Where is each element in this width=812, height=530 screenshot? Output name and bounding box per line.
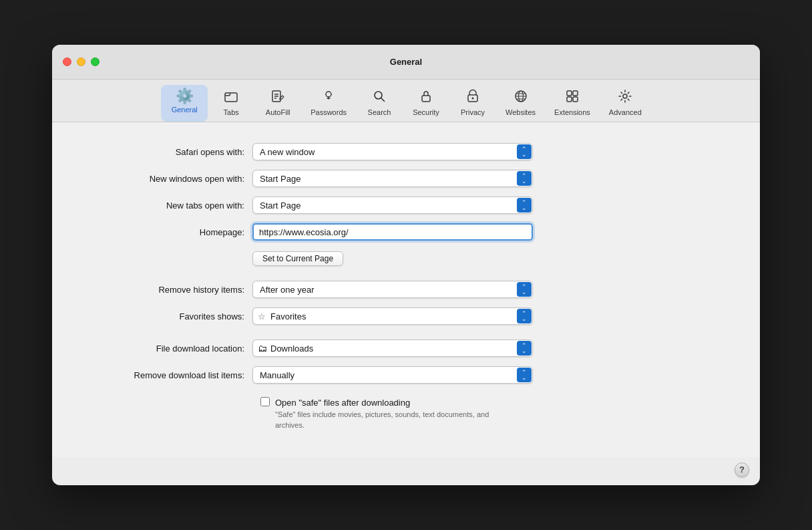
- tabs-icon: [224, 89, 238, 106]
- safari-opens-select[interactable]: A new window A new private window: [252, 143, 533, 160]
- tab-search[interactable]: Search: [356, 85, 403, 122]
- tab-extensions-label: Extensions: [554, 108, 590, 116]
- homepage-row: Homepage:: [92, 223, 720, 241]
- safari-opens-row: Safari opens with: A new window A new pr…: [92, 142, 720, 161]
- new-windows-select-wrapper: Start Page Homepage: [252, 170, 533, 187]
- websites-icon: [514, 89, 528, 106]
- set-current-row: Set to Current Page: [92, 249, 720, 268]
- open-safe-files-main-label[interactable]: Open "safe" files after downloading: [275, 398, 410, 408]
- bottom-bar: ?: [52, 457, 760, 485]
- tab-extensions[interactable]: Extensions: [545, 85, 600, 122]
- remove-history-select[interactable]: After one year Manually: [252, 281, 533, 298]
- open-safe-files-label-group: Open "safe" files after downloading "Saf…: [275, 396, 516, 430]
- file-download-row: File download location: Downloads Deskto…: [92, 339, 720, 358]
- safari-opens-select-wrapper: A new window A new private window: [252, 143, 533, 160]
- autofill-icon: [270, 89, 285, 106]
- remove-download-select[interactable]: Manually When Safari quits: [252, 366, 533, 384]
- svg-rect-8: [422, 96, 430, 102]
- tab-security[interactable]: Security: [403, 85, 449, 122]
- tab-privacy-label: Privacy: [461, 108, 485, 116]
- remove-download-control: Manually When Safari quits: [252, 366, 533, 384]
- svg-rect-17: [573, 91, 578, 96]
- favorites-shows-row: Favorites shows: Favorites Bookmarks Bar…: [92, 307, 720, 325]
- file-download-label: File download location:: [92, 344, 252, 354]
- search-icon: [372, 89, 387, 106]
- advanced-icon: [618, 89, 632, 106]
- homepage-label: Homepage:: [92, 227, 252, 237]
- settings-window: General ⚙️ General Tabs: [52, 45, 760, 485]
- close-button[interactable]: [63, 57, 71, 66]
- passwords-icon: [321, 89, 336, 106]
- new-windows-label: New windows open with:: [92, 174, 252, 184]
- security-icon: [419, 89, 433, 106]
- tab-search-label: Search: [368, 108, 391, 116]
- safari-opens-control: A new window A new private window: [252, 143, 533, 160]
- extensions-icon: [565, 89, 580, 106]
- new-tabs-label: New tabs open with:: [92, 201, 252, 211]
- tab-websites-label: Websites: [505, 108, 536, 116]
- tab-privacy[interactable]: Privacy: [449, 85, 496, 122]
- svg-line-7: [381, 98, 385, 102]
- remove-download-row: Remove download list items: Manually Whe…: [92, 366, 720, 384]
- file-download-select[interactable]: Downloads Desktop: [252, 340, 533, 357]
- svg-rect-18: [567, 97, 572, 102]
- new-windows-control: Start Page Homepage: [252, 170, 533, 187]
- homepage-control: [252, 223, 533, 241]
- safari-opens-label: Safari opens with:: [92, 147, 252, 157]
- toolbar: ⚙️ General Tabs AutoF: [52, 80, 760, 122]
- svg-point-5: [326, 92, 331, 97]
- remove-history-select-wrapper: After one year Manually: [252, 281, 533, 298]
- fullscreen-button[interactable]: [91, 57, 99, 66]
- tab-general-label: General: [172, 106, 198, 114]
- new-windows-select[interactable]: Start Page Homepage: [252, 170, 533, 187]
- favorites-shows-control: Favorites Bookmarks Bar ☆: [252, 307, 533, 325]
- tab-general[interactable]: ⚙️ General: [161, 85, 208, 122]
- open-safe-files-checkbox[interactable]: [260, 397, 270, 406]
- remove-history-label: Remove history items:: [92, 285, 252, 295]
- gear-icon: ⚙️: [176, 89, 194, 104]
- tab-security-label: Security: [413, 108, 439, 116]
- remove-history-row: Remove history items: After one year Man…: [92, 280, 720, 299]
- new-tabs-control: Start Page Homepage: [252, 196, 533, 214]
- new-tabs-select-wrapper: Start Page Homepage: [252, 196, 533, 214]
- svg-point-10: [472, 98, 474, 100]
- help-button[interactable]: ?: [735, 462, 749, 477]
- privacy-icon: [465, 89, 480, 106]
- tab-websites[interactable]: Websites: [496, 85, 545, 122]
- traffic-lights: [63, 57, 99, 66]
- tab-advanced[interactable]: Advanced: [600, 85, 651, 122]
- svg-rect-16: [567, 91, 572, 96]
- svg-rect-19: [573, 97, 578, 102]
- minimize-button[interactable]: [77, 57, 85, 66]
- tab-tabs-label: Tabs: [224, 108, 239, 116]
- favorites-shows-select[interactable]: Favorites Bookmarks Bar: [252, 307, 533, 325]
- open-safe-files-row: Open "safe" files after downloading "Saf…: [260, 396, 720, 430]
- set-current-control: Set to Current Page: [252, 251, 533, 266]
- file-download-select-wrapper: Downloads Desktop 🗂: [252, 340, 533, 357]
- svg-rect-0: [225, 93, 237, 102]
- tab-autofill-label: AutoFill: [266, 108, 290, 116]
- tab-autofill[interactable]: AutoFill: [254, 85, 301, 122]
- favorites-shows-select-wrapper: Favorites Bookmarks Bar ☆: [252, 307, 533, 325]
- svg-point-20: [623, 94, 627, 98]
- tab-passwords-label: Passwords: [311, 108, 347, 116]
- new-tabs-row: New tabs open with: Start Page Homepage: [92, 196, 720, 215]
- open-safe-files-sub-label: "Safe" files include movies, pictures, s…: [275, 410, 516, 430]
- new-tabs-select[interactable]: Start Page Homepage: [252, 196, 533, 214]
- window-title: General: [390, 57, 422, 67]
- tab-advanced-label: Advanced: [609, 108, 642, 116]
- titlebar: General: [52, 45, 760, 80]
- remove-download-label: Remove download list items:: [92, 370, 252, 380]
- remove-history-control: After one year Manually: [252, 281, 533, 298]
- favorites-shows-label: Favorites shows:: [92, 311, 252, 321]
- tab-passwords[interactable]: Passwords: [301, 85, 356, 122]
- new-windows-row: New windows open with: Start Page Homepa…: [92, 169, 720, 188]
- content-area: Safari opens with: A new window A new pr…: [52, 122, 760, 457]
- remove-download-select-wrapper: Manually When Safari quits: [252, 366, 533, 384]
- file-download-control: Downloads Desktop 🗂: [252, 340, 533, 357]
- set-to-current-page-button[interactable]: Set to Current Page: [252, 251, 343, 266]
- tab-tabs[interactable]: Tabs: [208, 85, 254, 122]
- homepage-input[interactable]: [252, 223, 533, 241]
